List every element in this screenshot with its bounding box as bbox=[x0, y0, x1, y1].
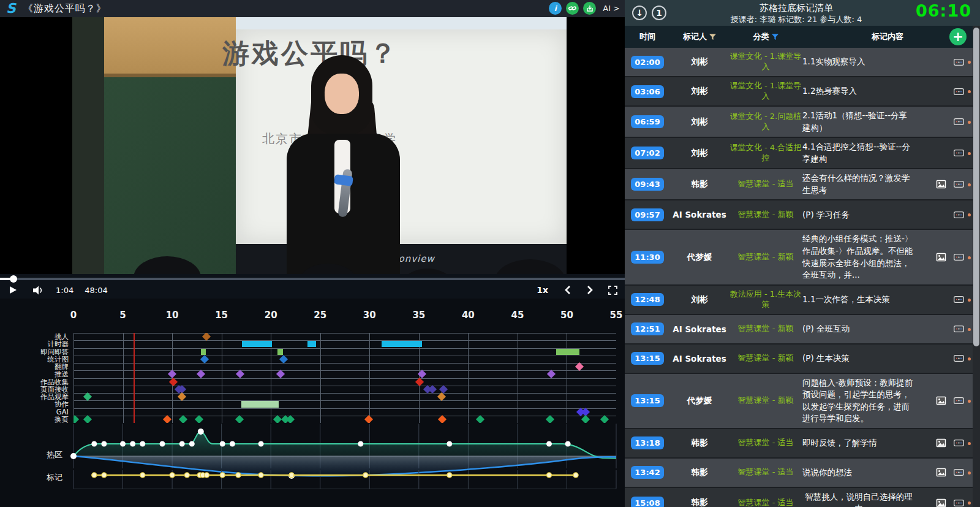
mark-time-badge[interactable]: 12:48 bbox=[631, 293, 663, 306]
mark-category: 智慧课堂 - 新颖 bbox=[729, 395, 802, 406]
mark-time-cell: 13:18 bbox=[625, 436, 670, 449]
mark-actions bbox=[919, 296, 973, 303]
scrollbar-thumb[interactable] bbox=[973, 28, 979, 346]
timeline-chart: 0510152025303540455055 挑人计时器即问即答统计图翻牌推送作… bbox=[0, 299, 625, 507]
image-icon[interactable] bbox=[936, 180, 946, 189]
mark-time-badge[interactable]: 13:18 bbox=[631, 436, 663, 449]
image-icon[interactable] bbox=[936, 468, 946, 477]
comment-icon[interactable] bbox=[954, 88, 964, 95]
panel-header: ↓ 1 苏格拉底标记清单 授课者: 李璐 标记数: 21 参与人数: 4 06:… bbox=[625, 0, 980, 26]
mark-time-cell: 03:06 bbox=[625, 85, 670, 98]
mark-content: (P) 全班互动 bbox=[802, 323, 919, 335]
mark-time-badge[interactable]: 13:15 bbox=[631, 394, 663, 407]
col-time: 时间 bbox=[625, 31, 670, 42]
comment-icon[interactable] bbox=[954, 150, 964, 156]
comment-icon[interactable] bbox=[954, 181, 964, 188]
mark-content: 还会有什么样的情况？激发学生思考 bbox=[802, 172, 919, 196]
mark-time-badge[interactable]: 11:30 bbox=[631, 251, 663, 264]
image-icon[interactable] bbox=[936, 498, 946, 507]
slide-title: 游戏公平吗？ bbox=[222, 36, 399, 72]
mark-person: 韩影 bbox=[670, 438, 729, 449]
mark-person: 刘彬 bbox=[670, 86, 729, 97]
seek-bar[interactable] bbox=[0, 278, 625, 280]
mark-category: 智慧课堂 - 适当 bbox=[729, 467, 802, 478]
event-diamond bbox=[547, 370, 556, 378]
comment-icon[interactable] bbox=[954, 397, 964, 404]
comment-icon[interactable] bbox=[954, 440, 964, 446]
event-diamond bbox=[428, 385, 437, 394]
mark-row[interactable]: 11:30代梦媛智慧课堂 - 新颖经典的小组任务模式：推送-〉作品收集-〉作品观… bbox=[625, 230, 973, 285]
video-content: 游戏公平吗？ 北京市东城区培新小学 李璐 Donview bbox=[72, 17, 567, 274]
row-label: 计时器 bbox=[0, 340, 69, 348]
x-tick: 15 bbox=[215, 310, 228, 321]
x-tick: 5 bbox=[119, 310, 126, 321]
link-icon[interactable] bbox=[566, 2, 579, 15]
mark-time-badge[interactable]: 02:00 bbox=[631, 56, 663, 69]
mark-category: 智慧课堂 - 适当 bbox=[729, 498, 802, 507]
event-diamond bbox=[179, 415, 187, 423]
comment-icon[interactable] bbox=[954, 355, 964, 362]
fullscreen-icon[interactable] bbox=[608, 286, 617, 295]
export-icon[interactable] bbox=[583, 2, 596, 15]
mark-row[interactable]: 12:51AI Sokrates智慧课堂 - 新颖(P) 全班互动 bbox=[625, 315, 973, 345]
filter-icon-active[interactable] bbox=[772, 34, 778, 40]
speed-button[interactable]: 1x bbox=[537, 285, 548, 295]
mark-time-badge[interactable]: 15:08 bbox=[631, 497, 663, 507]
mark-row[interactable]: 06:59刘彬课堂文化 - 2.问题植入2.1活动1（猜想--验证--分享建构） bbox=[625, 107, 973, 138]
volume-icon[interactable] bbox=[33, 286, 45, 295]
prev-mark-icon[interactable] bbox=[564, 285, 571, 295]
comment-icon[interactable] bbox=[954, 500, 964, 506]
mark-time-cell: 02:00 bbox=[625, 56, 670, 69]
play-icon[interactable] bbox=[9, 286, 17, 294]
comment-icon[interactable] bbox=[954, 296, 964, 303]
mark-time-badge[interactable]: 13:42 bbox=[631, 466, 663, 479]
add-mark-button[interactable]: + bbox=[949, 28, 967, 45]
mark-actions bbox=[919, 468, 973, 477]
info-icon[interactable]: i bbox=[549, 2, 562, 15]
mark-row[interactable]: 15:08韩影智慧课堂 - 适当智慧挑人，说明自己选择的理由 bbox=[625, 488, 973, 507]
ai-panel-toggle[interactable]: AI > bbox=[603, 4, 620, 13]
image-icon[interactable] bbox=[936, 438, 946, 448]
x-tick: 30 bbox=[363, 310, 376, 321]
video-frame[interactable]: 游戏公平吗？ 北京市东城区培新小学 李璐 Donview bbox=[0, 17, 625, 274]
mark-row[interactable]: 13:15代梦媛智慧课堂 - 新颖问题植入-教师预设：教师提前预设问题，引起学生… bbox=[625, 374, 973, 429]
comment-icon[interactable] bbox=[954, 469, 964, 476]
gridline-h bbox=[74, 363, 616, 364]
mark-row[interactable]: 12:48刘彬教法应用 - 1.生本决策1.1一次作答，生本决策 bbox=[625, 286, 973, 315]
filter-icon[interactable] bbox=[709, 34, 716, 40]
mark-row[interactable]: 03:06刘彬课堂文化 - 1.课堂导入1.2热身赛导入 bbox=[625, 77, 973, 107]
mark-category: 课堂文化 - 2.问题植入 bbox=[729, 112, 802, 132]
next-mark-icon[interactable] bbox=[586, 285, 594, 295]
mark-actions bbox=[919, 150, 973, 156]
image-icon[interactable] bbox=[936, 396, 946, 405]
comment-icon[interactable] bbox=[954, 118, 964, 125]
mark-row[interactable]: 02:00刘彬课堂文化 - 1.课堂导入1.1实物观察导入 bbox=[625, 48, 973, 77]
mark-time-badge[interactable]: 13:15 bbox=[631, 352, 663, 365]
mark-row[interactable]: 09:43韩影智慧课堂 - 适当还会有什么样的情况？激发学生思考 bbox=[625, 169, 973, 200]
mark-row[interactable]: 13:18韩影智慧课堂 - 适当即时反馈，了解学情 bbox=[625, 429, 973, 459]
comment-icon[interactable] bbox=[954, 326, 964, 332]
mark-content: 1.2热身赛导入 bbox=[802, 85, 919, 97]
gridline-h bbox=[74, 340, 616, 341]
mark-row[interactable]: 13:15AI Sokrates智慧课堂 - 新颖(P) 生本决策 bbox=[625, 345, 973, 374]
comment-icon[interactable] bbox=[954, 212, 964, 218]
image-icon[interactable] bbox=[936, 253, 946, 262]
mark-person: AI Sokrates bbox=[670, 354, 729, 364]
mark-row[interactable]: 09:57AI Sokrates智慧课堂 - 新颖(P) 学习任务 bbox=[625, 200, 973, 230]
mark-category: 智慧课堂 - 新颖 bbox=[729, 353, 802, 364]
mark-time-badge[interactable]: 03:06 bbox=[631, 85, 663, 98]
gridline-h bbox=[74, 393, 616, 394]
mark-time-badge[interactable]: 12:51 bbox=[631, 322, 663, 335]
mark-time-badge[interactable]: 07:02 bbox=[631, 147, 663, 159]
mark-row[interactable]: 13:42韩影智慧课堂 - 适当说说你的想法 bbox=[625, 459, 973, 488]
col-content: 标记内容 bbox=[802, 31, 973, 42]
row-marker-dot bbox=[968, 61, 971, 64]
mark-time-badge[interactable]: 09:43 bbox=[631, 178, 663, 191]
mark-row[interactable]: 07:02刘彬课堂文化 - 4.合适把控4.1合适把控之猜想--验证--分享建构 bbox=[625, 138, 973, 169]
comment-icon[interactable] bbox=[954, 254, 964, 261]
comment-icon[interactable] bbox=[954, 59, 964, 66]
mark-time-badge[interactable]: 09:57 bbox=[631, 208, 663, 221]
player-controls: 1:04 48:04 1x bbox=[0, 274, 625, 299]
mark-content: 问题植入-教师预设：教师提前预设问题，引起学生的思考，以发起学生探究的任务，进而… bbox=[802, 377, 919, 425]
mark-time-badge[interactable]: 06:59 bbox=[631, 115, 663, 128]
